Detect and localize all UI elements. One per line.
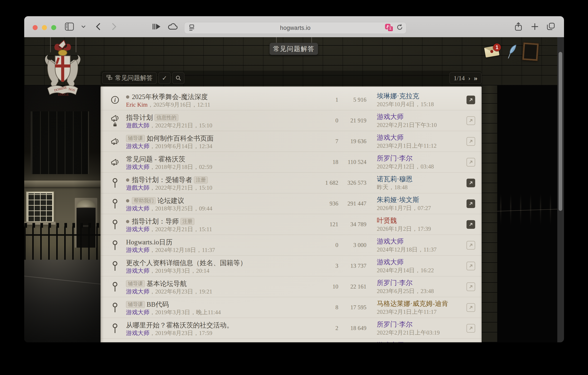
topic-author-link[interactable]: 游戏大师 xyxy=(126,247,149,253)
last-post-date: 2026年1月2日，17:39 xyxy=(377,225,431,233)
forward-button[interactable] xyxy=(109,21,119,32)
goto-last-post-button[interactable] xyxy=(466,96,475,104)
last-post-date: 2026年1月7日，07:27 xyxy=(377,204,431,212)
scrollbar-track[interactable] xyxy=(557,37,564,342)
tab-overview-icon[interactable] xyxy=(546,21,556,32)
page-title-sign: 常见问题解答 xyxy=(270,43,318,55)
mark-read-button[interactable]: ✓ xyxy=(158,72,170,84)
topic-title-link[interactable]: 指导计划：导师 xyxy=(132,217,179,226)
last-page-icon[interactable]: » xyxy=(474,74,478,82)
last-poster-link[interactable]: 所罗门·李尔 xyxy=(377,154,412,163)
last-post-date: 2023年2月1日上午11:17 xyxy=(377,308,437,316)
topic-author-link[interactable]: 遊戲大師 xyxy=(126,122,149,129)
last-post-date: 2023年2月1日上午11:12 xyxy=(377,142,437,150)
icloud-tab-icon[interactable] xyxy=(167,21,178,32)
sidebar-toggle-icon[interactable] xyxy=(64,21,74,32)
city-crest-logo[interactable]: DOMINE NOS DIRIGE xyxy=(43,39,82,104)
address-bar[interactable]: hogwarts.io A文 xyxy=(184,22,406,34)
last-poster-link[interactable]: 埃琳娜·克拉克 xyxy=(377,91,419,101)
last-poster-link[interactable]: 游戏大师 xyxy=(377,341,404,342)
last-poster-link[interactable]: 游戏大师 xyxy=(377,237,404,246)
topic-row: 更改个人资料详细信息（姓名、国籍等）游戏大师，2019年3月3日，20:1431… xyxy=(101,255,482,276)
topic-title-link[interactable]: 常见问题 - 霍格沃茨 xyxy=(126,155,185,164)
sidebar-chevron-icon[interactable] xyxy=(78,21,89,32)
back-button[interactable] xyxy=(93,21,103,32)
pin-icon xyxy=(112,302,118,313)
topic-tag: 帮助我们 xyxy=(132,197,156,204)
topic-row: 指导计划：导师注册游戏大师，2022年2月21日，15:1112134 789叶… xyxy=(101,214,482,235)
next-page-icon[interactable]: › xyxy=(468,75,470,82)
goto-last-post-button[interactable] xyxy=(466,303,475,312)
minimize-window-button[interactable] xyxy=(42,25,47,30)
topic-posted-date: ，2019年3月3日，20:14 xyxy=(149,268,210,274)
topic-title-link[interactable]: 论坛建议 xyxy=(157,196,184,205)
share-icon[interactable] xyxy=(513,21,524,32)
last-poster-link[interactable]: 诺瓦莉·穆恩 xyxy=(377,174,412,184)
zoom-window-button[interactable] xyxy=(51,25,56,30)
topic-title-link[interactable]: 如何制作百科全书页面 xyxy=(147,134,214,143)
topic-posted-date: ，2018年3月25日，09:44 xyxy=(149,205,212,212)
topic-row: 辅导课基本论坛导航游戏大师，2022年6月23日，19:211022 161所罗… xyxy=(101,276,482,297)
quill-icon[interactable] xyxy=(506,44,517,59)
last-poster-link[interactable]: 马格达莱娜·威克姆-迪肯 xyxy=(377,299,448,308)
topic-author-link[interactable]: 游戏大师 xyxy=(126,309,149,316)
last-poster-link[interactable]: 所罗门·李尔 xyxy=(377,278,412,287)
owl-mail-icon[interactable]: 1 xyxy=(485,45,501,59)
pin-icon xyxy=(112,199,118,209)
topic-title-link[interactable]: 从哪里开始？霍格沃茨的社交活动。 xyxy=(126,321,233,330)
topic-title-link[interactable]: 指导计划 xyxy=(126,113,153,122)
topic-title-link[interactable]: 指导计划：受辅导者 xyxy=(132,175,192,184)
webpage: DOMINE NOS DIRIGE 常见问题解答 1 xyxy=(24,37,564,342)
topic-posted-date: ，2024年12月18日，11:37 xyxy=(149,247,215,253)
last-poster-link[interactable]: 叶贤魏 xyxy=(377,216,397,225)
goto-last-post-button[interactable] xyxy=(466,199,475,208)
topic-title-link[interactable]: Hogwarts.io日历 xyxy=(126,238,172,247)
replies-count: 10 xyxy=(304,276,338,297)
topic-title-link[interactable]: 学生的出生日期 xyxy=(126,342,173,342)
goto-last-post-button[interactable] xyxy=(466,158,475,167)
forum-title-button[interactable]: 常见问题解答 xyxy=(102,72,157,84)
topic-title-link[interactable]: BB代码 xyxy=(147,300,169,309)
topic-title-link[interactable]: 基本论坛导航 xyxy=(147,279,187,288)
goto-last-post-button[interactable] xyxy=(466,220,475,229)
reader-view-icon[interactable] xyxy=(188,24,195,32)
search-button[interactable] xyxy=(172,72,184,84)
topic-author-link[interactable]: 游戏大师 xyxy=(126,268,149,274)
topic-author-link[interactable]: 游戏大师 xyxy=(126,164,149,170)
topic-author-link[interactable]: 游戏大师 xyxy=(126,143,149,150)
svg-text:i: i xyxy=(114,97,116,103)
picture-frame-icon[interactable] xyxy=(522,43,538,61)
close-window-button[interactable] xyxy=(33,25,38,30)
replies-count: 18 xyxy=(304,152,338,172)
pagination-control[interactable]: 1/14 › » xyxy=(450,72,482,84)
topic-title-link[interactable]: 2025年秋季舞会-魔法深度 xyxy=(132,92,208,101)
new-tab-icon[interactable] xyxy=(530,21,540,32)
scrollbar-thumb[interactable] xyxy=(559,52,562,211)
reader-skip-icon[interactable] xyxy=(151,21,162,32)
goto-last-post-button[interactable] xyxy=(466,137,475,146)
reload-icon[interactable] xyxy=(396,24,403,32)
last-poster-link[interactable]: 所罗门·李尔 xyxy=(377,320,412,329)
translate-icon[interactable]: A文 xyxy=(385,24,393,32)
topic-row: 常见问题 - 霍格沃茨游戏大师，2018年2月18日，02:5918110 52… xyxy=(101,152,482,172)
topic-author-link[interactable]: 遊戲大師 xyxy=(126,184,149,191)
topic-author-link[interactable]: Eric Kim xyxy=(126,101,148,108)
topic-title-link[interactable]: 更改个人资料详细信息（姓名、国籍等） xyxy=(126,258,247,268)
last-poster-link[interactable]: 游戏大师 xyxy=(377,133,404,142)
topic-author-link[interactable]: 游戏大师 xyxy=(126,288,149,295)
last-poster-link[interactable]: 游戏大师 xyxy=(377,257,404,267)
goto-last-post-button[interactable] xyxy=(466,116,475,125)
goto-last-post-button[interactable] xyxy=(466,282,475,291)
goto-last-post-button[interactable] xyxy=(466,241,475,250)
topic-author-link[interactable]: 游戏大师 xyxy=(126,205,149,212)
goto-last-post-button[interactable] xyxy=(466,262,475,270)
goto-last-post-button[interactable] xyxy=(466,324,475,332)
pin-icon xyxy=(112,323,118,333)
last-poster-link[interactable]: 游戏大师 xyxy=(377,112,404,121)
topic-tag: 辅导课 xyxy=(126,301,145,308)
last-poster-link[interactable]: 朱莉娅·埃文斯 xyxy=(377,195,419,204)
topic-author-link[interactable]: 游戏大师 xyxy=(126,226,149,233)
topic-author-link[interactable]: 游戏大师 xyxy=(126,330,149,336)
goto-last-post-button[interactable] xyxy=(466,179,475,187)
megaphone-icon xyxy=(110,114,120,128)
